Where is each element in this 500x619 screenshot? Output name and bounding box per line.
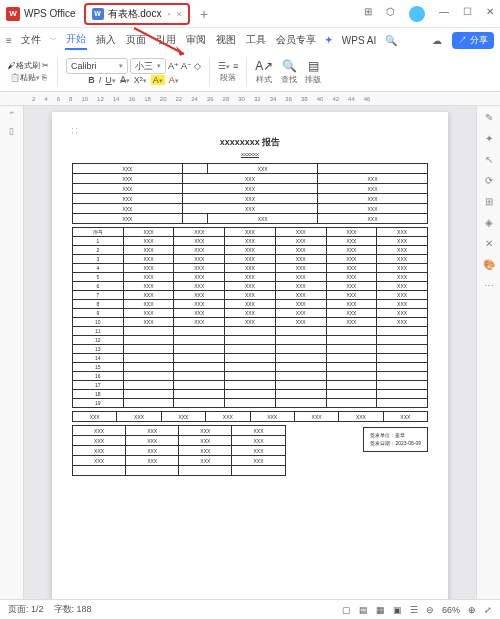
paragraph-label[interactable]: 段落 [220,72,236,83]
header-table: XXXXXX XXXXXXXXX XXXXXXXXX XXXXXXXXX XXX… [72,163,428,224]
web-layout-icon[interactable]: ▦ [376,605,385,615]
font-group: Calibri▾ 小三▾ A⁺ A⁻ ◇ B I U▾ A̶▾ X²▾ A▾ A… [64,58,203,85]
document-page[interactable]: ⸬ xxxxxxxx 报告 xxxxxx XXXXXX XXXXXXXXX XX… [52,112,448,599]
superscript-button[interactable]: X²▾ [134,75,147,85]
find-group[interactable]: 🔍 查找 [279,59,299,85]
copy-icon[interactable]: ⎘ [42,73,47,82]
menu-file[interactable]: 文件 [20,31,42,49]
menu-insert[interactable]: 插入 [95,31,117,49]
title-bar: W WPS Office W 有表格.docx ▫ × + ⊞ ⬡ — ☐ ✕ [0,0,500,28]
font-size-select[interactable]: 小三▾ [130,58,166,74]
window-controls: ⊞ ⬡ — ☐ ✕ [364,6,494,22]
strike-button[interactable]: A̶▾ [120,75,130,85]
menu-ref[interactable]: 引用 [155,31,177,49]
clipboard-group: 🖌格式刷 ✂ 📋粘贴▾ ⎘ [6,60,51,83]
doc-subtitle: xxxxxx [72,151,428,157]
tab-close-icon[interactable]: × [177,9,182,19]
hamburger-icon[interactable]: ≡ [6,35,12,46]
user-avatar[interactable] [409,6,425,22]
nav-up-icon[interactable]: ⌃ [8,110,16,120]
wps-ai-icon: ✦ [325,35,333,45]
horizontal-ruler[interactable]: 2468101214161820222426283032343638404244… [0,92,500,106]
search-icon[interactable]: 🔍 [385,35,397,46]
cloud-icon[interactable]: ☁ [432,35,442,46]
format-brush-button[interactable]: 🖌格式刷 [8,60,40,71]
print-layout-icon[interactable]: ▣ [393,605,402,615]
spell-icon[interactable]: ▢ [342,605,351,615]
zoom-level[interactable]: 66% [442,605,460,615]
close-icon[interactable]: ✕ [486,6,494,22]
wps-logo-icon: W [6,7,20,21]
cube-icon[interactable]: ⬡ [386,6,395,22]
chevron-down-icon[interactable]: ﹀ [50,35,57,45]
menu-bar: ≡ 文件 ﹀ 开始 插入 页面 引用 审阅 视图 工具 会员专享 ✦ WPS A… [0,28,500,52]
cut-icon[interactable]: ✂ [42,61,49,70]
new-tab-button[interactable]: + [200,6,208,22]
style-icon: A↗ [255,59,273,73]
zoom-in-icon[interactable]: ⊕ [468,605,476,615]
cursor-icon[interactable]: ↖ [485,154,493,165]
share-button[interactable]: ↗ 分享 [452,32,494,49]
apps-icon[interactable]: ⊞ [364,6,372,22]
tab-filename: 有表格.docx [108,7,162,21]
bold-button[interactable]: B [88,75,95,85]
layers-icon[interactable]: ◈ [485,217,493,228]
page-indicator[interactable]: 页面: 1/2 [8,603,44,616]
fit-icon[interactable]: ⤢ [484,605,492,615]
paragraph-group: ☰▾ ≡ 段落 [216,61,240,83]
doc-title: xxxxxxxx 报告 [72,136,428,149]
outline-icon[interactable]: ☰ [410,605,418,615]
paste-button[interactable]: 📋粘贴▾ [10,72,40,83]
minimize-icon[interactable]: — [439,6,449,22]
tab-menu-icon[interactable]: ▫ [167,9,170,19]
main-data-table: 序号XXXXXXXXXXXXXXXXXX1XXXXXXXXXXXXXXXXXX2… [72,227,428,408]
more-icon[interactable]: ⋯ [484,280,494,291]
layout-icon: ▤ [308,59,319,73]
menu-member[interactable]: 会员专享 [275,31,317,49]
underline-button[interactable]: U▾ [105,75,116,85]
footer-table: XXXXXXXXXXXX XXXXXXXXXXXX XXXXXXXXXXXX X… [72,425,286,476]
clear-format-icon[interactable]: ◇ [194,61,201,71]
font-color-button[interactable]: A▾ [169,75,179,85]
left-gutter: ⌃ ▯ [0,106,24,599]
menu-page[interactable]: 页面 [125,31,147,49]
bullet-list-icon[interactable]: ☰▾ [218,61,230,71]
shrink-font-icon[interactable]: A⁻ [181,61,192,71]
layout-group[interactable]: ▤ 排版 [303,59,323,85]
status-bar: 页面: 1/2 字数: 188 ▢ ▤ ▦ ▣ ☰ ⊖ 66% ⊕ ⤢ [0,599,500,619]
menu-tools[interactable]: 工具 [245,31,267,49]
signature-box: 签发单位：盖章 签发日期：2023-08-09 [363,427,428,452]
word-count[interactable]: 字数: 188 [54,603,92,616]
ribbon-toolbar: 🖌格式刷 ✂ 📋粘贴▾ ⎘ Calibri▾ 小三▾ A⁺ A⁻ ◇ B I U… [0,52,500,92]
asterisk-icon[interactable]: ✕ [485,238,493,249]
menu-ai[interactable]: WPS AI [341,33,377,48]
italic-button[interactable]: I [99,75,102,85]
page-scroll-area[interactable]: ⸬ xxxxxxxx 报告 xxxxxx XXXXXX XXXXXXXXX XX… [24,106,476,599]
nav-outline-icon[interactable]: ▯ [9,126,14,136]
style-group[interactable]: A↗ 样式 [253,59,275,85]
summary-table: XXXXXXXXXXXXXXXXXXXXXXXX [72,411,428,422]
app-title: WPS Office [24,8,76,19]
refresh-icon[interactable]: ⟳ [485,175,493,186]
maximize-icon[interactable]: ☐ [463,6,472,22]
find-icon: 🔍 [282,59,297,73]
pencil-icon[interactable]: ✎ [485,112,493,123]
clip-icon[interactable]: ⊞ [485,196,493,207]
document-tab[interactable]: W 有表格.docx ▫ × [84,3,190,25]
grow-font-icon[interactable]: A⁺ [168,61,179,71]
workspace: ⌃ ▯ ⸬ xxxxxxxx 报告 xxxxxx XXXXXX XXXXXXXX… [0,106,500,599]
word-doc-icon: W [92,8,104,20]
reading-icon[interactable]: ▤ [359,605,368,615]
font-family-select[interactable]: Calibri▾ [66,58,128,74]
menu-start[interactable]: 开始 [65,30,87,50]
right-tool-panel: ✎ ✦ ↖ ⟳ ⊞ ◈ ✕ 🎨 ⋯ [476,106,500,599]
zoom-out-icon[interactable]: ⊖ [426,605,434,615]
menu-view[interactable]: 视图 [215,31,237,49]
highlight-button[interactable]: A▾ [151,75,165,85]
palette-icon[interactable]: 🎨 [483,259,495,270]
sparkle-icon[interactable]: ✦ [485,133,493,144]
menu-review[interactable]: 审阅 [185,31,207,49]
align-left-icon[interactable]: ≡ [233,61,238,71]
